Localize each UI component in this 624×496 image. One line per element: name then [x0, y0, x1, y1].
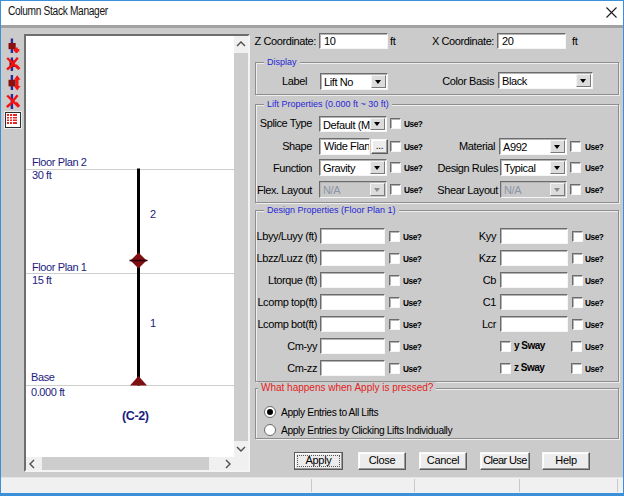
svg-text:Base: Base — [31, 371, 55, 383]
svg-text:Floor Plan 2: Floor Plan 2 — [32, 156, 87, 168]
svg-text:30 ft: 30 ft — [32, 169, 52, 181]
svg-text:0.000 ft: 0.000 ft — [31, 386, 65, 398]
svg-text:2: 2 — [150, 208, 156, 220]
svg-text:Floor Plan 1: Floor Plan 1 — [32, 261, 87, 273]
svg-text:1: 1 — [150, 317, 156, 329]
svg-text:15 ft: 15 ft — [32, 274, 52, 286]
svg-text:(C-2): (C-2) — [122, 409, 149, 423]
